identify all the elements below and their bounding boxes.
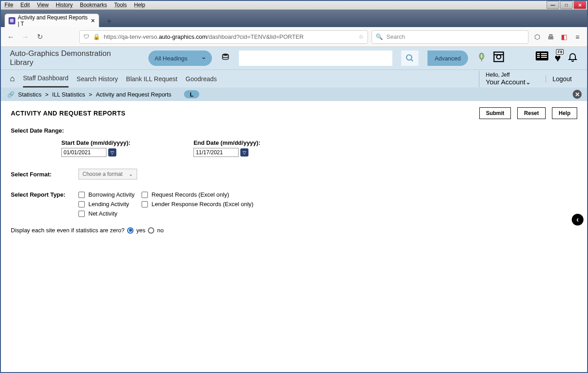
scan-icon[interactable] (492, 51, 505, 66)
nav-blank-ill[interactable]: Blank ILL Request (126, 71, 178, 87)
breadcrumb: 🔗 Statistics > ILL Statistics > Activity… (1, 87, 587, 101)
report-type-label: Select Report Type: (11, 191, 78, 217)
nav-goodreads[interactable]: Goodreads (186, 71, 217, 87)
radio-no[interactable] (148, 227, 154, 234)
menu-edit[interactable]: Edit (17, 1, 33, 9)
start-date-picker-icon[interactable]: ▽ (108, 148, 116, 157)
bookmark-star-icon[interactable]: ☆ (358, 33, 364, 40)
nav-staff-dashboard[interactable]: Staff Dashboard (23, 70, 69, 87)
radio-yes[interactable] (127, 227, 133, 234)
svg-rect-13 (541, 53, 547, 54)
menu-history[interactable]: History (52, 1, 76, 9)
help-button[interactable]: Help (552, 107, 577, 119)
tab-title: Activity and Request Reports | T (18, 14, 88, 27)
address-bar[interactable]: 🛡 🔒 https://qa-tenv-verso.auto-graphics.… (79, 30, 368, 44)
nav-search-history[interactable]: Search History (77, 71, 118, 87)
svg-point-4 (480, 53, 482, 59)
crumb-activity-reports[interactable]: Activity and Request Reports (96, 91, 171, 98)
minimize-button[interactable]: — (547, 1, 559, 9)
notifications-icon[interactable] (567, 51, 578, 65)
favorites-badge: F9 (556, 49, 564, 55)
breadcrumb-pill: L (184, 90, 199, 98)
url-prefix: https://qa-tenv-verso. (104, 33, 159, 40)
menu-bookmarks[interactable]: Bookmarks (76, 1, 110, 9)
header-right: ♥ F9 (477, 51, 578, 66)
close-window-button[interactable]: ✕ (574, 1, 586, 9)
home-icon[interactable]: ⌂ (10, 74, 15, 83)
reload-button[interactable]: ↻ (34, 32, 45, 42)
checkbox-borrowing[interactable] (78, 192, 85, 198)
maximize-button[interactable]: □ (560, 1, 573, 9)
main-search-button[interactable] (401, 51, 418, 66)
breadcrumb-close-button[interactable]: ✕ (573, 90, 582, 99)
end-date-picker-icon[interactable]: ▽ (240, 148, 248, 157)
start-date-label: Start Date (mm/dd/yyyy): (61, 139, 130, 146)
logout-link[interactable]: Logout (546, 75, 578, 83)
svg-rect-11 (537, 55, 540, 56)
browser-tabbar: ⊞ Activity and Request Reports | T ✕ ＋ (1, 10, 587, 27)
library-name: Auto-Graphics Demonstration Library (10, 49, 119, 67)
search-placeholder: Search (386, 33, 405, 40)
lender-response-label: Lender Response Records (Excel only) (152, 201, 253, 207)
app-header: Auto-Graphics Demonstration Library All … (1, 47, 587, 69)
pocket-icon[interactable]: ⬡ (532, 32, 542, 42)
date-range-label: Select Date Range: (11, 127, 577, 134)
advanced-label: Advanced (435, 55, 461, 62)
chevron-down-icon: ⌄ (525, 78, 531, 86)
panel-collapse-button[interactable]: ‹ (572, 214, 583, 226)
main-search-input[interactable] (239, 51, 392, 66)
yes-label: yes (136, 227, 145, 234)
back-button[interactable]: ← (5, 32, 16, 42)
svg-rect-14 (541, 55, 547, 56)
menu-view[interactable]: View (33, 1, 52, 9)
browser-search-field[interactable]: 🔍 Search (372, 30, 528, 44)
borrowing-label: Borrowing Activity (88, 191, 135, 198)
checkbox-net[interactable] (78, 211, 85, 217)
submit-button[interactable]: Submit (479, 107, 511, 119)
link-icon: 🔗 (7, 91, 14, 98)
end-date-input[interactable] (193, 148, 239, 157)
request-records-label: Request Records (Excel only) (152, 191, 229, 198)
favorites-icon[interactable]: ♥ F9 (555, 52, 561, 64)
browser-tab[interactable]: ⊞ Activity and Request Reports | T ✕ (5, 14, 99, 27)
your-account-label: Your Account (486, 78, 525, 86)
svg-rect-15 (541, 57, 547, 58)
menu-tools[interactable]: Tools (110, 1, 130, 9)
list-icon[interactable] (536, 51, 548, 65)
app-viewport: Auto-Graphics Demonstration Library All … (1, 47, 587, 372)
favicon-icon: ⊞ (9, 17, 15, 24)
window-controls: — □ ✕ (546, 1, 586, 9)
tab-close-button[interactable]: ✕ (91, 18, 95, 24)
start-date-input[interactable] (61, 148, 106, 157)
extension-icon[interactable]: ◧ (559, 32, 569, 42)
crumb-statistics[interactable]: Statistics (18, 91, 41, 98)
checkbox-lender-response[interactable] (142, 201, 148, 207)
format-placeholder: Choose a format (83, 171, 123, 177)
crumb-ill-statistics[interactable]: ILL Statistics (52, 91, 85, 98)
print-icon[interactable]: 🖶 (546, 32, 556, 42)
svg-rect-10 (537, 53, 540, 54)
browser-urlbar: ← → ↻ 🛡 🔒 https://qa-tenv-verso.auto-gra… (1, 27, 587, 47)
new-tab-button[interactable]: ＋ (103, 14, 115, 27)
account-box[interactable]: Hello, Jeff Your Account⌄ (479, 71, 537, 87)
lending-label: Lending Activity (88, 201, 129, 207)
svg-point-1 (407, 55, 412, 60)
shield-icon: 🛡 (83, 33, 89, 40)
net-label: Net Activity (88, 210, 117, 217)
svg-point-0 (222, 54, 228, 56)
url-path: /dashboard?cid=TENV&lid=PORTER (207, 33, 303, 40)
main-nav: ⌂ Staff Dashboard Search History Blank I… (1, 69, 587, 87)
forward-button[interactable]: → (20, 32, 31, 42)
checkbox-request-records[interactable] (142, 192, 148, 198)
checkbox-lending[interactable] (78, 201, 85, 207)
menu-help[interactable]: Help (130, 1, 149, 9)
menu-file[interactable]: File (1, 1, 17, 9)
advanced-search-button[interactable]: Advanced (427, 51, 468, 66)
headings-dropdown[interactable]: All Headings (148, 51, 212, 66)
url-domain: auto-graphics.com (159, 33, 207, 40)
menu-icon[interactable]: ≡ (573, 32, 583, 42)
format-select[interactable]: Choose a format ⌄ (78, 169, 137, 180)
reset-button[interactable]: Reset (517, 107, 546, 119)
database-icon[interactable] (221, 53, 230, 64)
balloon-icon[interactable] (477, 53, 486, 64)
